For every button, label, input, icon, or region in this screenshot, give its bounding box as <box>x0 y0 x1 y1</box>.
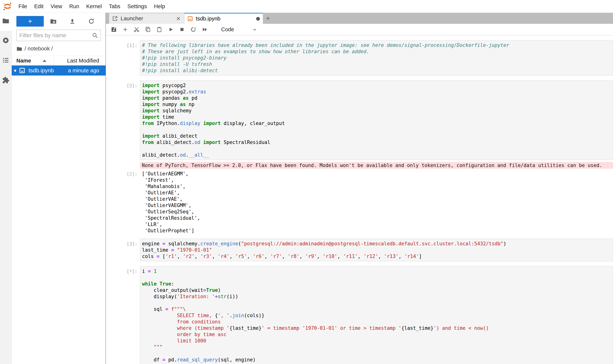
launcher-icon <box>112 16 118 21</box>
input-prompt: [1]: <box>106 40 140 76</box>
notebook-toolbar: Code <box>106 24 613 36</box>
chevron-down-icon[interactable] <box>252 27 258 32</box>
file-last-modified: a minute ago <box>54 67 106 74</box>
code-cell: [*]:i = 1 while True: clear_output(wait=… <box>106 266 613 364</box>
menu-item-file[interactable]: File <box>15 3 31 10</box>
code-line <box>142 145 613 152</box>
notebook-file-icon <box>19 67 25 74</box>
code-line: import psycopg2.extras <box>142 89 613 95</box>
close-icon[interactable] <box>176 16 181 21</box>
tab-tsdb-ipynb[interactable]: tsdb.ipynb <box>184 13 263 24</box>
file-filter-input[interactable] <box>19 32 92 39</box>
activity-bar <box>0 13 12 364</box>
tab-label: Launcher <box>121 15 143 22</box>
file-list-header: Name Last Modified <box>12 56 106 65</box>
menu-item-run[interactable]: Run <box>66 3 83 10</box>
folder-icon <box>16 46 22 52</box>
new-tab-button[interactable] <box>263 13 273 24</box>
code-line: display('Iteration: '+str(i)) <box>142 293 613 300</box>
code-line <box>142 300 613 306</box>
name-column-label: Name <box>16 58 31 64</box>
file-list: tsdb.ipynba minute ago <box>12 65 106 76</box>
code-line: df = pd.read_sql_query(sql, engine) <box>142 357 613 363</box>
notebook-icon <box>187 16 193 22</box>
file-name: tsdb.ipynb <box>28 67 54 74</box>
code-line: order by time asc <box>142 331 613 338</box>
refresh-icon[interactable] <box>82 18 101 25</box>
cell-editor[interactable]: # The following libraries have already b… <box>140 40 613 76</box>
code-line: import time <box>142 114 613 120</box>
code-line: engine = sqlalchemy.create_engine("postg… <box>142 240 613 247</box>
save-icon[interactable] <box>110 25 118 34</box>
code-line: where (timestamp '{last_time}' = timesta… <box>142 325 613 331</box>
file-browser-toolbar: + <box>16 15 101 27</box>
input-prompt: [*]: <box>106 266 140 364</box>
jupyter-logo <box>3 1 12 11</box>
code-line <box>142 127 613 133</box>
code-line: # These are just left in as examples to … <box>142 48 613 55</box>
running-dot <box>14 70 16 72</box>
unsaved-changes-dot <box>256 17 260 21</box>
code-line: last_time = "1970-01-01" <box>142 247 613 253</box>
restart-kernel-icon[interactable] <box>189 25 198 34</box>
new-folder-icon[interactable] <box>44 18 63 25</box>
code-line: sql = f"""\ <box>142 306 613 312</box>
run-cell-icon[interactable] <box>166 25 175 34</box>
menu-item-help[interactable]: Help <box>150 3 169 10</box>
extensions-icon[interactable] <box>2 77 10 84</box>
cell-editor[interactable]: import psycopg2import psycopg2.extrasimp… <box>140 80 613 160</box>
run-all-icon[interactable] <box>201 25 209 34</box>
code-line: import numpy as np <box>142 101 613 107</box>
cell-editor[interactable]: engine = sqlalchemy.create_engine("postg… <box>140 239 613 261</box>
cut-cell-icon[interactable] <box>132 25 141 34</box>
add-cell-icon[interactable] <box>121 25 129 34</box>
output-prompt-spacer <box>106 162 140 169</box>
menu-item-settings[interactable]: Settings <box>124 3 150 10</box>
stop-kernel-icon[interactable] <box>178 25 186 34</box>
cell-type-dropdown[interactable]: Code <box>221 26 234 33</box>
file-browser-panel: + / notebook / Name Last Modified tsdb.i… <box>12 13 106 364</box>
paste-cell-icon[interactable] <box>155 25 163 34</box>
cell-input-row: [1]:# The following libraries have alrea… <box>106 40 613 76</box>
notebook-scroll-area[interactable]: [1]:# The following libraries have alrea… <box>106 36 613 364</box>
code-cell: [3]:engine = sqlalchemy.create_engine("p… <box>106 239 613 261</box>
code-cell: [1]:# The following libraries have alrea… <box>106 40 613 76</box>
file-browser-icon[interactable] <box>2 17 10 25</box>
sort-ascending-icon <box>43 60 46 62</box>
menu-item-view[interactable]: View <box>47 3 66 10</box>
menu-bar: FileEditViewRunKernelTabsSettingsHelp <box>0 0 613 13</box>
code-line: # The following libraries have already b… <box>142 42 613 48</box>
column-header-last-modified[interactable]: Last Modified <box>54 58 106 64</box>
stderr-output-row: None of PyTorch, TensorFlow >= 2.0, or F… <box>106 162 613 169</box>
code-line: SELECT time, {', '.join(cols)} <box>142 312 613 319</box>
menu-item-kernel[interactable]: Kernel <box>83 3 105 10</box>
search-icon <box>92 32 98 39</box>
tab-bar: Launchertsdb.ipynb <box>106 13 613 24</box>
menu-item-tabs[interactable]: Tabs <box>105 3 124 10</box>
code-line: limit 1000 <box>142 338 613 344</box>
table-of-contents-icon[interactable] <box>2 57 10 64</box>
file-filter-box <box>16 30 101 41</box>
notebook-toolbar-buttons <box>110 25 212 34</box>
jupyterlab-window: FileEditViewRunKernelTabsSettingsHelp + … <box>0 0 613 364</box>
code-line: import psycopg2 <box>142 82 613 89</box>
code-line: import alibi_detect <box>142 133 613 139</box>
code-line: #!pip install alibi-detect <box>142 67 613 74</box>
output-text: ['OutlierAEGMM', 'IForest', 'Mahalanobis… <box>140 170 613 234</box>
code-line: i = 1 <box>142 268 613 274</box>
upload-icon[interactable] <box>63 18 82 25</box>
copy-cell-icon[interactable] <box>144 25 152 34</box>
cell-editor[interactable]: i = 1 while True: clear_output(wait=True… <box>140 266 613 364</box>
file-row[interactable]: tsdb.ipynba minute ago <box>12 65 106 76</box>
code-line: while True: <box>142 281 613 287</box>
tab-label: tsdb.ipynb <box>196 16 220 22</box>
new-launcher-button[interactable]: + <box>16 16 44 26</box>
code-line: import pandas as pd <box>142 95 613 101</box>
code-line: #!pip install -U tsfresh <box>142 61 613 67</box>
menu-item-edit[interactable]: Edit <box>31 3 47 10</box>
running-kernels-icon[interactable] <box>2 37 10 44</box>
breadcrumb[interactable]: / notebook / <box>16 46 101 52</box>
tab-launcher[interactable]: Launcher <box>109 13 184 24</box>
output-prompt: [2]: <box>106 170 140 234</box>
column-header-name[interactable]: Name <box>12 56 54 65</box>
